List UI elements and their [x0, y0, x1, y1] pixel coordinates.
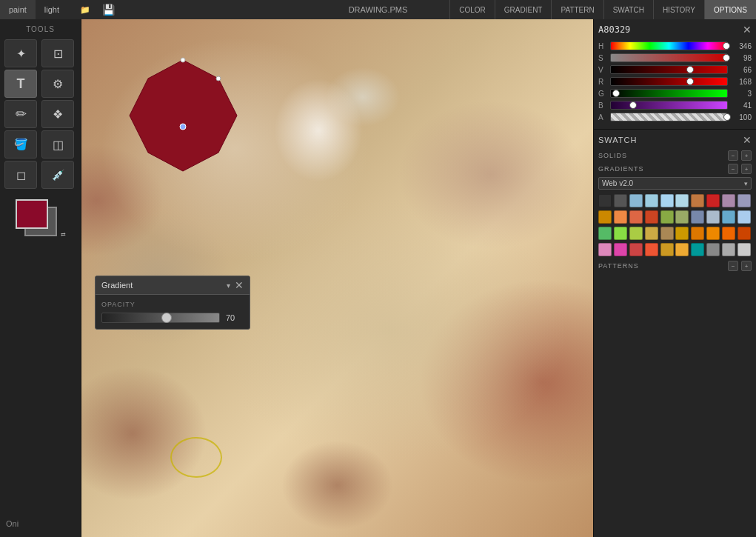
tool-text[interactable]: T — [4, 70, 37, 98]
channel-thumb-b[interactable] — [629, 101, 637, 109]
swatch-cell[interactable] — [660, 210, 674, 224]
swatch-cell[interactable] — [645, 210, 658, 224]
channel-thumb-r[interactable] — [686, 78, 694, 85]
fg-color-box[interactable] — [16, 199, 48, 229]
channel-thumb-v[interactable] — [686, 66, 694, 73]
swatch-cell[interactable] — [660, 227, 674, 240]
swatch-cell[interactable] — [660, 243, 674, 256]
save-icon[interactable]: 💾 — [96, 0, 121, 19]
solids-minus[interactable]: − — [728, 150, 738, 161]
swatch-cell[interactable] — [645, 243, 658, 256]
channel-slider-a[interactable] — [610, 113, 728, 121]
swatch-cell[interactable] — [722, 243, 735, 256]
tool-bucket[interactable]: 🪣 — [4, 130, 37, 159]
channel-slider-v[interactable] — [610, 65, 728, 74]
swatch-cell[interactable] — [691, 243, 704, 256]
tab-swatch[interactable]: SWATCH — [603, 0, 653, 19]
channel-slider-g[interactable] — [610, 89, 728, 98]
swatch-cell[interactable] — [706, 194, 720, 207]
gradient-dropdown-arrow[interactable]: ▾ — [227, 281, 230, 290]
channel-value-r: 168 — [731, 78, 752, 86]
opacity-label: OPACITY — [101, 301, 244, 308]
tab-pattern[interactable]: PATTERN — [551, 0, 603, 19]
swatch-cell[interactable] — [645, 194, 658, 207]
opacity-value: 70 — [226, 313, 244, 322]
svg-point-1 — [181, 58, 185, 62]
channel-thumb-a[interactable] — [723, 113, 731, 121]
gradients-plus[interactable]: + — [741, 164, 752, 174]
swatch-cell[interactable] — [691, 194, 704, 207]
opacity-thumb[interactable] — [161, 313, 172, 323]
color-panel-close[interactable]: ✕ — [743, 24, 752, 36]
swatch-cell[interactable] — [737, 210, 751, 224]
red-shape[interactable] — [122, 56, 244, 175]
canvas-area[interactable]: Gradient ▾ ✕ OPACITY 70 — [81, 19, 593, 537]
menu-paint[interactable]: paint — [0, 0, 36, 19]
hex-value[interactable]: A80329 — [598, 24, 630, 35]
patterns-minus[interactable]: − — [728, 261, 738, 271]
tool-crop[interactable]: ⊡ — [41, 39, 74, 67]
svg-point-2 — [216, 76, 221, 81]
tool-gear[interactable]: ⚙ — [41, 70, 74, 98]
tab-gradient[interactable]: GRADIENT — [495, 0, 552, 19]
swatch-cell[interactable] — [706, 243, 720, 256]
swatch-cell[interactable] — [598, 210, 612, 224]
tool-eraser[interactable]: ◻ — [4, 161, 37, 189]
tab-options[interactable]: OPTIONS — [704, 0, 756, 19]
opacity-slider[interactable] — [101, 313, 220, 323]
channel-thumb-h[interactable] — [723, 42, 730, 50]
svg-point-3 — [180, 124, 186, 130]
channel-slider-h[interactable] — [610, 41, 728, 50]
swatch-cell[interactable] — [675, 194, 689, 207]
swatch-cell[interactable] — [645, 227, 658, 240]
swatch-cell[interactable] — [675, 243, 689, 256]
tool-gradient[interactable]: ◫ — [41, 130, 74, 159]
swatch-cell[interactable] — [675, 227, 689, 240]
swatch-cell[interactable] — [614, 210, 627, 224]
swatch-dropdown[interactable]: Web v2.0 ▾ — [598, 177, 752, 190]
color-panel-header: A80329 ✕ — [598, 24, 752, 36]
swatch-cell[interactable] — [691, 227, 704, 240]
file-icon[interactable]: 📁 — [74, 0, 96, 19]
swatch-cell[interactable] — [737, 194, 751, 207]
channel-slider-r[interactable] — [610, 77, 728, 86]
swatch-cell[interactable] — [706, 227, 720, 240]
swatch-cell[interactable] — [675, 210, 689, 224]
swatch-cell[interactable] — [598, 243, 612, 256]
swatch-panel-close[interactable]: ✕ — [743, 134, 752, 146]
swatch-cell[interactable] — [629, 210, 643, 224]
swatch-cell[interactable] — [614, 227, 627, 240]
swatch-cell[interactable] — [598, 194, 612, 207]
swatch-cell[interactable] — [629, 243, 643, 256]
tab-color[interactable]: COLOR — [449, 0, 495, 19]
swatch-cell[interactable] — [706, 210, 720, 224]
swatch-cell[interactable] — [614, 243, 627, 256]
gradients-minus[interactable]: − — [728, 164, 738, 174]
swatch-cell[interactable] — [614, 194, 627, 207]
swatch-cell[interactable] — [629, 194, 643, 207]
menu-light[interactable]: light — [36, 0, 68, 19]
swatch-cell[interactable] — [722, 194, 735, 207]
channel-thumb-s[interactable] — [723, 54, 730, 61]
swatch-cell[interactable] — [737, 243, 751, 256]
channel-slider-b[interactable] — [610, 101, 728, 110]
swatch-cell[interactable] — [737, 227, 751, 240]
tool-clone[interactable]: ❖ — [41, 100, 74, 128]
swatch-cell[interactable] — [598, 227, 612, 240]
solids-plus[interactable]: + — [741, 150, 752, 161]
gradient-panel-close[interactable]: ✕ — [235, 279, 244, 291]
tool-star[interactable]: ✦ — [4, 39, 37, 67]
swatch-cell[interactable] — [722, 210, 735, 224]
tool-eyedropper[interactable]: 💉 — [41, 161, 74, 189]
swap-colors[interactable]: ⇄ — [61, 231, 66, 238]
channel-thumb-g[interactable] — [612, 90, 620, 97]
swatch-cell[interactable] — [629, 227, 643, 240]
swatch-cell[interactable] — [660, 194, 674, 207]
swatch-cell[interactable] — [722, 227, 735, 240]
patterns-plus[interactable]: + — [741, 261, 752, 271]
swatch-panel: SWATCH ✕ SOLIDS − + GRADIENTS − + Web v2… — [594, 130, 756, 537]
channel-slider-s[interactable] — [610, 53, 728, 62]
tab-history[interactable]: HISTORY — [653, 0, 704, 19]
swatch-cell[interactable] — [691, 210, 704, 224]
tool-pencil[interactable]: ✏ — [4, 100, 37, 128]
